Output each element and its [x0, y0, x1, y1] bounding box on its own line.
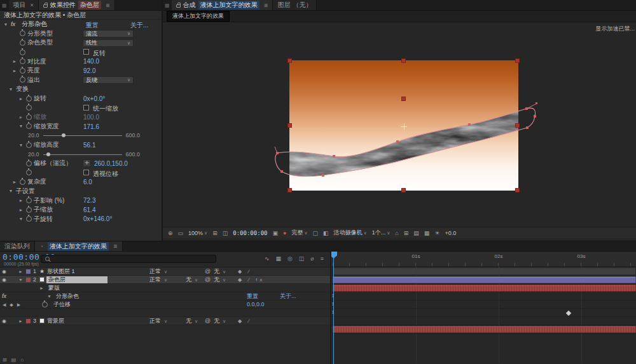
stopwatch-icon[interactable] — [20, 58, 25, 64]
property-value[interactable]: 140.0 — [83, 58, 99, 65]
layer-handle[interactable] — [402, 59, 405, 62]
stopwatch-icon[interactable] — [26, 198, 32, 203]
pixel-aspect-icon[interactable]: ⌂ — [395, 230, 398, 236]
property-value[interactable]: 56.1 — [83, 142, 95, 149]
work-area-bar[interactable] — [333, 267, 636, 275]
timeline-graph-area[interactable]: 01s 02s 03s I I I — [331, 252, 636, 364]
property-value[interactable]: 92.0 — [83, 67, 95, 74]
layer-handle[interactable] — [288, 59, 291, 62]
property-value[interactable]: 171.6 — [83, 123, 99, 130]
motion-blur-icon[interactable]: ⌀ — [310, 255, 314, 262]
twirl-right-icon[interactable]: ► — [18, 318, 23, 325]
draft-3d-icon[interactable]: ▦ — [275, 255, 281, 262]
tab-composition[interactable]: 合成 液体上加文字的效果 ≡ — [172, 0, 273, 10]
visibility-eye-icon[interactable]: ◉ — [2, 276, 6, 283]
point-picker-icon[interactable]: ✛ — [83, 159, 91, 167]
tab-effect-controls[interactable]: 效果控件 杂色层 ≡ — [39, 0, 115, 10]
trkmat-dropdown[interactable]: 无∨ — [186, 318, 198, 325]
blend-mode-dropdown[interactable]: 正常∨ — [149, 268, 167, 275]
invert-checkbox[interactable] — [83, 49, 89, 55]
sub-offset-row[interactable]: ◀ ◆ ▶ 子位移 0.0,0.0 — [0, 300, 330, 309]
label-color-swatch[interactable] — [26, 319, 31, 323]
property-value[interactable]: 61.4 — [83, 206, 95, 213]
panel-grip-icon[interactable]: ▦ — [163, 0, 172, 10]
panel-menu-icon[interactable]: ≡ — [114, 243, 118, 250]
graph-editor-icon[interactable]: ≡ — [321, 255, 324, 262]
tab-project[interactable]: 项目 × — [9, 0, 39, 10]
reset-link[interactable]: 重置 — [247, 293, 258, 300]
property-name[interactable]: 子位移 — [53, 301, 71, 308]
blend-mode-dropdown[interactable]: 正常∨ — [149, 318, 167, 325]
label-color-swatch[interactable] — [26, 269, 31, 274]
fractal-type-dropdown[interactable]: 湍流 — [83, 30, 134, 37]
roi-icon[interactable]: ▢ — [313, 230, 319, 236]
twirl-down-icon[interactable]: ▼ — [8, 87, 14, 91]
timeline-search-input[interactable] — [41, 255, 216, 263]
tab-render-queue[interactable]: 渲染队列 — [0, 241, 35, 251]
layer-row-background[interactable]: ◉ ► 3 背景层 正常∨ 无∨ @ 无∨ ◆ ∕ — [0, 317, 330, 325]
parent-pickwhip-icon[interactable]: @ — [205, 268, 211, 275]
flowchart-icon[interactable]: ▦ — [424, 230, 430, 236]
scale-width-slider[interactable] — [43, 135, 122, 136]
stopwatch-icon[interactable] — [20, 179, 25, 185]
panel-menu-icon[interactable]: ≡ — [265, 2, 268, 9]
layer-duration-bar-background[interactable] — [333, 326, 636, 333]
frame-blending-icon[interactable]: ◫ — [299, 255, 305, 262]
view-layout-dropdown[interactable]: 1个...∨ — [372, 229, 391, 237]
stopwatch-icon[interactable] — [26, 105, 32, 111]
stopwatch-icon[interactable] — [26, 96, 32, 102]
grid-guides-icon[interactable]: ⊞ — [212, 230, 218, 236]
layer-handle[interactable] — [288, 189, 291, 192]
expand-modes-icon[interactable]: ▤ — [11, 357, 17, 363]
parent-pickwhip-icon[interactable]: @ — [205, 318, 211, 325]
layer-handle[interactable] — [402, 189, 405, 192]
camera-dropdown[interactable]: 活动摄像机∨ — [334, 229, 367, 237]
visibility-eye-icon[interactable]: ◉ — [2, 318, 6, 325]
about-link[interactable]: 关于... — [280, 293, 296, 300]
layer-switches[interactable]: ◆ ∕ — [238, 268, 252, 275]
noise-type-dropdown[interactable]: 线性 — [83, 39, 134, 47]
screen-icon[interactable]: ▭ — [178, 230, 184, 236]
preview-timecode[interactable]: 0:00:00:00 — [233, 230, 267, 236]
layer-switches[interactable]: ◆ ∕ fx — [238, 276, 265, 283]
lock-icon[interactable] — [176, 4, 181, 8]
stopwatch-icon[interactable] — [42, 302, 48, 307]
scale-height-slider[interactable] — [43, 154, 122, 155]
effect-header-row[interactable]: ▼ fx 分形杂色 重置 关于... — [0, 20, 162, 29]
timeline-effect-row[interactable]: fx ▼ 分形杂色 重置 关于... — [0, 292, 330, 300]
stopwatch-icon[interactable] — [20, 40, 25, 46]
property-value[interactable]: 6.0 — [83, 179, 92, 185]
tab-layer-viewer[interactable]: 图层 （无） — [273, 0, 317, 10]
mask-visibility-icon[interactable]: ◫ — [223, 230, 228, 236]
stopwatch-icon[interactable] — [26, 123, 32, 129]
twirl-right-icon[interactable]: ► — [39, 285, 44, 292]
overflow-dropdown[interactable]: 反绕 — [83, 76, 134, 84]
zoom-level-dropdown[interactable]: 100%∨ — [188, 230, 207, 236]
keyframe-navigator[interactable]: ◀ ◆ ▶ — [3, 301, 22, 308]
sub-settings-group-row[interactable]: ▼ 子设置 — [0, 187, 162, 196]
twirl-down-icon[interactable]: ▼ — [18, 276, 23, 283]
layer-name[interactable]: 背景层 — [47, 318, 64, 325]
resolution-dropdown[interactable]: 完整∨ — [291, 229, 307, 237]
twirl-right-icon[interactable]: ► — [18, 208, 24, 212]
viewer-target-tab[interactable]: 液体上加文字的效果 — [167, 11, 230, 22]
expand-layers-icon[interactable]: ⊞ — [3, 357, 7, 363]
stopwatch-icon[interactable] — [26, 161, 32, 166]
transparency-grid-icon[interactable]: ◧ — [323, 230, 329, 236]
hide-shy-layers-icon[interactable]: ◎ — [287, 255, 293, 262]
twirl-down-icon[interactable]: ▼ — [18, 143, 24, 147]
stopwatch-icon[interactable] — [26, 216, 32, 222]
slider-knob[interactable] — [46, 152, 50, 156]
panel-grip-icon[interactable]: ▦ — [0, 0, 9, 10]
layer-name-selected[interactable]: 杂色层 — [46, 276, 107, 283]
layer-duration-bar-noise[interactable] — [333, 285, 636, 292]
twirl-right-icon[interactable]: ► — [18, 268, 23, 275]
parent-dropdown[interactable]: 无∨ — [214, 276, 226, 283]
perspective-offset-checkbox[interactable] — [83, 170, 89, 175]
stopwatch-icon[interactable] — [26, 207, 32, 213]
stopwatch-icon[interactable] — [20, 68, 25, 74]
layer-switches[interactable]: ◆ ∕ — [238, 318, 252, 325]
stopwatch-icon[interactable] — [20, 50, 25, 55]
expand-inout-icon[interactable]: ⌂ — [20, 357, 24, 363]
fx-icon[interactable]: fx — [11, 21, 20, 27]
